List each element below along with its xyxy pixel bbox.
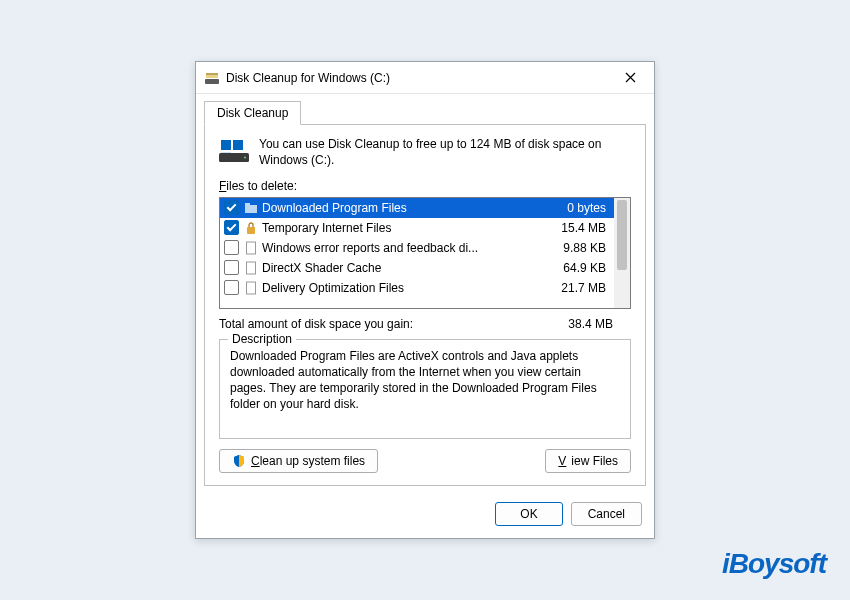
window-title: Disk Cleanup for Windows (C:) xyxy=(226,71,610,85)
file-icon xyxy=(244,261,258,275)
description-legend: Description xyxy=(228,332,296,346)
titlebar: Disk Cleanup for Windows (C:) xyxy=(196,62,654,94)
cleanup-system-files-button[interactable]: Clean up system files xyxy=(219,449,378,473)
file-size: 15.4 MB xyxy=(540,221,610,235)
svg-rect-3 xyxy=(221,140,231,150)
svg-rect-11 xyxy=(247,242,256,254)
scrollbar[interactable] xyxy=(614,198,630,308)
file-icon xyxy=(244,241,258,255)
checkbox[interactable] xyxy=(224,200,239,215)
total-label: Total amount of disk space you gain: xyxy=(219,317,413,331)
file-name: Windows error reports and feedback di... xyxy=(262,241,540,255)
tab-body: You can use Disk Cleanup to free up to 1… xyxy=(204,124,646,485)
list-item[interactable]: Delivery Optimization Files21.7 MB xyxy=(220,278,614,298)
file-name: Downloaded Program Files xyxy=(262,201,540,215)
action-button-row: Clean up system files View Files xyxy=(219,449,631,473)
total-value: 38.4 MB xyxy=(568,317,613,331)
file-list-items: Downloaded Program Files0 bytesTemporary… xyxy=(220,198,614,308)
close-button[interactable] xyxy=(610,64,650,92)
checkbox[interactable] xyxy=(224,280,239,295)
list-item[interactable]: Windows error reports and feedback di...… xyxy=(220,238,614,258)
files-to-delete-label: Files to delete: xyxy=(219,179,631,193)
svg-rect-9 xyxy=(245,203,250,206)
file-list[interactable]: Downloaded Program Files0 bytesTemporary… xyxy=(219,197,631,309)
svg-rect-8 xyxy=(245,205,257,213)
description-fieldset: Description Downloaded Program Files are… xyxy=(219,339,631,439)
info-text: You can use Disk Cleanup to free up to 1… xyxy=(259,137,631,168)
file-icon xyxy=(244,281,258,295)
svg-point-7 xyxy=(244,157,246,159)
close-icon xyxy=(625,72,636,83)
file-size: 64.9 KB xyxy=(540,261,610,275)
checkbox[interactable] xyxy=(224,240,239,255)
cancel-button[interactable]: Cancel xyxy=(571,502,642,526)
watermark-logo: iBoysoft xyxy=(722,548,826,580)
svg-rect-12 xyxy=(247,262,256,274)
svg-rect-0 xyxy=(205,79,219,84)
tab-strip: Disk Cleanup xyxy=(196,94,654,124)
dialog-buttons: OK Cancel xyxy=(196,494,654,538)
file-size: 0 bytes xyxy=(540,201,610,215)
file-name: Temporary Internet Files xyxy=(262,221,540,235)
file-size: 21.7 MB xyxy=(540,281,610,295)
description-text: Downloaded Program Files are ActiveX con… xyxy=(230,348,620,428)
info-row: You can use Disk Cleanup to free up to 1… xyxy=(219,137,631,168)
file-name: Delivery Optimization Files xyxy=(262,281,540,295)
svg-rect-2 xyxy=(206,73,218,75)
tab-disk-cleanup[interactable]: Disk Cleanup xyxy=(204,101,301,125)
scroll-thumb[interactable] xyxy=(617,200,627,270)
total-row: Total amount of disk space you gain: 38.… xyxy=(219,317,631,331)
list-item[interactable]: Downloaded Program Files0 bytes xyxy=(220,198,614,218)
disk-cleanup-icon xyxy=(204,70,220,86)
cleanup-system-files-label: Clean up system files xyxy=(251,454,365,468)
file-name: DirectX Shader Cache xyxy=(262,261,540,275)
list-item[interactable]: DirectX Shader Cache64.9 KB xyxy=(220,258,614,278)
svg-rect-4 xyxy=(233,140,243,150)
list-item[interactable]: Temporary Internet Files15.4 MB xyxy=(220,218,614,238)
view-files-button[interactable]: View Files xyxy=(545,449,631,473)
shield-icon xyxy=(232,454,246,468)
checkbox[interactable] xyxy=(224,260,239,275)
checkbox[interactable] xyxy=(224,220,239,235)
folder-icon xyxy=(244,201,258,215)
ok-button[interactable]: OK xyxy=(495,502,562,526)
file-size: 9.88 KB xyxy=(540,241,610,255)
svg-rect-10 xyxy=(247,227,255,234)
drive-icon xyxy=(219,139,249,163)
svg-rect-13 xyxy=(247,282,256,294)
lock-icon xyxy=(244,221,258,235)
disk-cleanup-dialog: Disk Cleanup for Windows (C:) Disk Clean… xyxy=(195,61,655,538)
